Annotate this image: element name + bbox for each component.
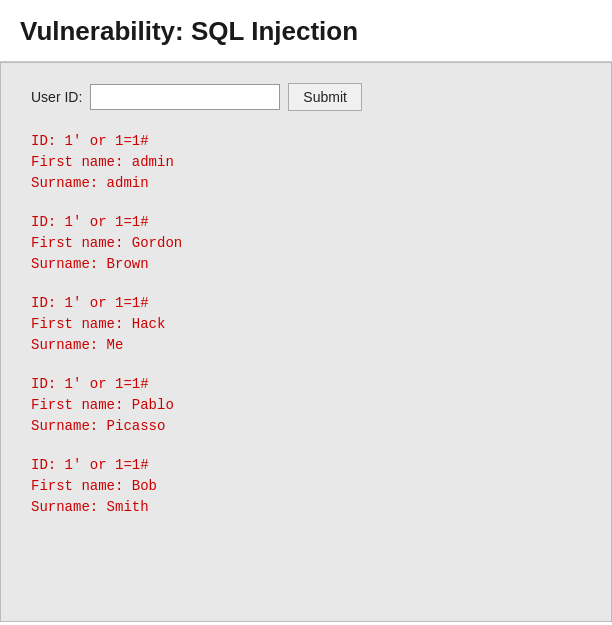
result-firstname-line: First name: Gordon [31,233,581,254]
result-entry: ID: 1' or 1=1#First name: PabloSurname: … [31,374,581,437]
result-firstname-line: First name: Pablo [31,395,581,416]
result-entry: ID: 1' or 1=1#First name: HackSurname: M… [31,293,581,356]
result-firstname-line: First name: admin [31,152,581,173]
result-id-line: ID: 1' or 1=1# [31,455,581,476]
page-title: Vulnerability: SQL Injection [0,0,612,62]
result-id-line: ID: 1' or 1=1# [31,212,581,233]
result-surname-line: Surname: admin [31,173,581,194]
result-firstname-line: First name: Hack [31,314,581,335]
result-firstname-line: First name: Bob [31,476,581,497]
result-entry: ID: 1' or 1=1#First name: adminSurname: … [31,131,581,194]
result-surname-line: Surname: Smith [31,497,581,518]
result-entry: ID: 1' or 1=1#First name: BobSurname: Sm… [31,455,581,518]
result-surname-line: Surname: Brown [31,254,581,275]
result-surname-line: Surname: Me [31,335,581,356]
results-area: ID: 1' or 1=1#First name: adminSurname: … [31,131,581,518]
result-surname-line: Surname: Picasso [31,416,581,437]
user-id-input[interactable] [90,84,280,110]
result-id-line: ID: 1' or 1=1# [31,131,581,152]
result-entry: ID: 1' or 1=1#First name: GordonSurname:… [31,212,581,275]
form-row: User ID: Submit [31,83,581,111]
result-id-line: ID: 1' or 1=1# [31,374,581,395]
user-id-label: User ID: [31,89,82,105]
content-area: User ID: Submit ID: 1' or 1=1#First name… [0,62,612,622]
result-id-line: ID: 1' or 1=1# [31,293,581,314]
submit-button[interactable]: Submit [288,83,362,111]
